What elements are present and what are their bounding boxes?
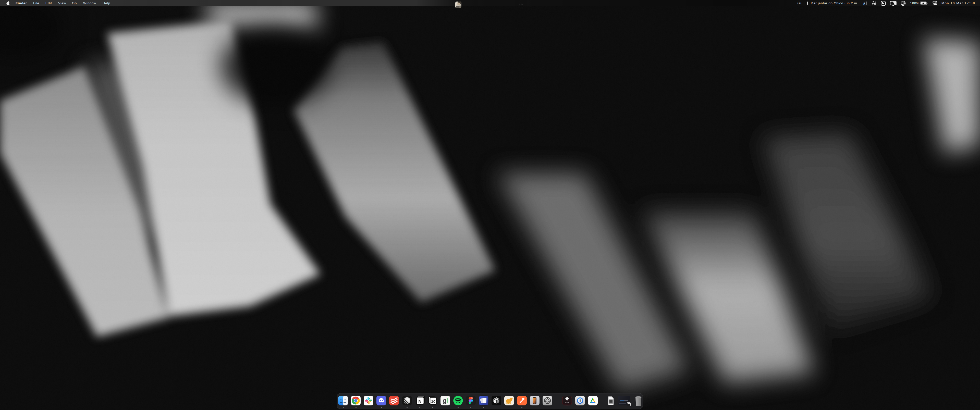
svg-text:raycast: raycast [565,402,570,404]
svg-text:g: g [443,397,447,404]
svg-text:10: 10 [431,399,435,404]
svg-text:N: N [418,399,422,404]
